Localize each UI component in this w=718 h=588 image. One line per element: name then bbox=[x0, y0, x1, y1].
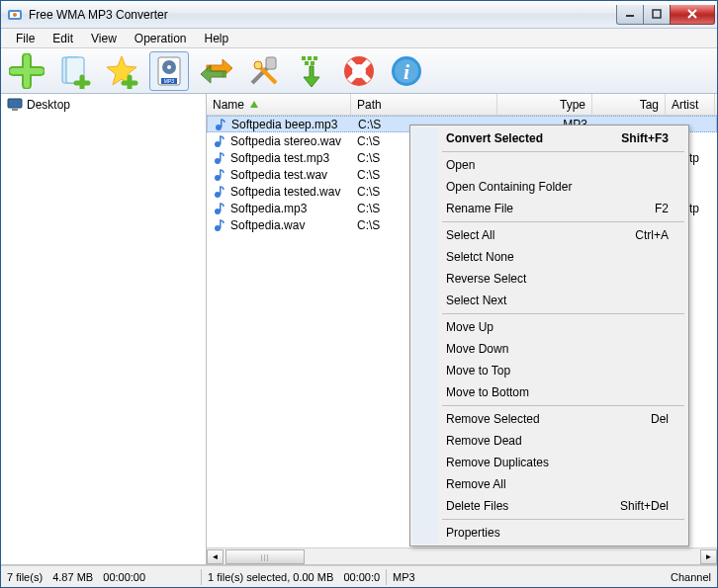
status-separator bbox=[386, 569, 387, 585]
convert-icon[interactable] bbox=[197, 51, 236, 91]
cm-remove-duplicates[interactable]: Remove Duplicates bbox=[412, 452, 686, 473]
menubar: File Edit View Operation Help bbox=[1, 29, 717, 48]
status-channel: Channel bbox=[671, 571, 711, 583]
status-duration: 00:00:00 bbox=[103, 571, 145, 583]
cm-move-up[interactable]: Move Up bbox=[412, 316, 686, 338]
menu-edit[interactable]: Edit bbox=[44, 30, 82, 47]
help-ring-icon[interactable] bbox=[339, 51, 379, 91]
svg-rect-14 bbox=[302, 56, 306, 60]
download-icon[interactable] bbox=[292, 51, 331, 91]
maximize-button[interactable] bbox=[643, 5, 671, 25]
col-path[interactable]: Path bbox=[351, 94, 497, 115]
col-name[interactable]: Name bbox=[207, 94, 351, 115]
svg-rect-25 bbox=[12, 109, 18, 111]
cm-separator bbox=[442, 519, 684, 520]
scroll-thumb[interactable]: ||| bbox=[225, 549, 305, 564]
cm-open[interactable]: Open bbox=[412, 154, 686, 176]
sort-asc-icon bbox=[248, 99, 260, 111]
cm-separator bbox=[442, 313, 684, 314]
svg-text:MP3: MP3 bbox=[164, 78, 175, 84]
svg-point-13 bbox=[254, 61, 262, 69]
cm-properties[interactable]: Properties bbox=[412, 522, 686, 544]
app-icon bbox=[7, 7, 23, 23]
music-icon bbox=[214, 118, 227, 131]
file-name: Softpedia stereo.wav bbox=[230, 134, 341, 148]
list-header: Name Path Type Tag Artist bbox=[207, 94, 717, 116]
svg-point-9 bbox=[167, 65, 171, 69]
folder-tree[interactable]: Desktop bbox=[1, 94, 207, 564]
music-icon bbox=[213, 218, 226, 232]
tree-label: Desktop bbox=[27, 98, 70, 112]
cm-convert-selected[interactable]: Convert SelectedShift+F3 bbox=[412, 127, 686, 149]
svg-rect-35 bbox=[220, 187, 222, 195]
svg-rect-31 bbox=[220, 153, 222, 161]
svg-rect-4 bbox=[653, 10, 661, 18]
svg-rect-12 bbox=[266, 57, 276, 69]
cm-delete-files[interactable]: Delete FilesShift+Del bbox=[412, 495, 686, 517]
toolbar: MP3 i bbox=[1, 48, 717, 94]
file-name: Softpedia test.mp3 bbox=[230, 151, 329, 165]
cm-select-none[interactable]: Seletct None bbox=[412, 246, 686, 268]
close-button[interactable] bbox=[670, 5, 715, 25]
cm-move-down[interactable]: Move Down bbox=[412, 338, 686, 360]
context-menu: Convert SelectedShift+F3 Open Open Conta… bbox=[409, 125, 689, 546]
svg-rect-24 bbox=[8, 99, 22, 108]
add-icon[interactable] bbox=[7, 51, 46, 91]
cm-move-bottom[interactable]: Move to Bottom bbox=[412, 381, 686, 403]
menu-view[interactable]: View bbox=[82, 30, 126, 47]
svg-rect-29 bbox=[220, 136, 222, 144]
add-folder-icon[interactable] bbox=[54, 51, 94, 91]
status-separator bbox=[201, 569, 202, 585]
file-name: Softpedia.mp3 bbox=[230, 202, 307, 215]
cm-open-folder[interactable]: Open Containing Folder bbox=[412, 176, 686, 198]
file-name: Softpedia tested.wav bbox=[230, 185, 340, 199]
scroll-left-button[interactable]: ◄ bbox=[207, 549, 224, 564]
minimize-button[interactable] bbox=[616, 5, 644, 25]
status-size: 4.87 MB bbox=[52, 571, 93, 583]
cm-remove-selected[interactable]: Remove SelectedDel bbox=[412, 408, 686, 430]
col-tag[interactable]: Tag bbox=[592, 94, 666, 115]
titlebar: Free WMA MP3 Converter bbox=[1, 1, 717, 29]
cm-reverse-select[interactable]: Reverse Select bbox=[412, 268, 686, 290]
mp3-doc-icon[interactable]: MP3 bbox=[149, 51, 189, 91]
svg-rect-39 bbox=[220, 220, 222, 228]
scroll-right-button[interactable]: ► bbox=[700, 549, 717, 564]
svg-rect-17 bbox=[305, 61, 309, 65]
cm-select-all[interactable]: Select AllCtrl+A bbox=[412, 224, 686, 246]
menu-operation[interactable]: Operation bbox=[126, 30, 196, 47]
cm-move-top[interactable]: Move to Top bbox=[412, 360, 686, 381]
statusbar: 7 file(s) 4.87 MB 00:00:00 1 file(s) sel… bbox=[1, 565, 717, 587]
col-type[interactable]: Type bbox=[497, 94, 592, 115]
cm-remove-all[interactable]: Remove All bbox=[412, 473, 686, 495]
status-format: MP3 bbox=[393, 571, 415, 583]
menu-help[interactable]: Help bbox=[196, 30, 238, 47]
svg-point-2 bbox=[13, 13, 17, 17]
horizontal-scrollbar[interactable]: ◄ ||| ► bbox=[207, 547, 717, 564]
cm-separator bbox=[442, 221, 684, 222]
cm-rename[interactable]: Rename FileF2 bbox=[412, 198, 686, 219]
status-sel-duration: 00:00:0 bbox=[343, 571, 380, 583]
file-name: Softpedia beep.mp3 bbox=[231, 118, 337, 131]
svg-text:i: i bbox=[404, 59, 410, 84]
music-icon bbox=[213, 168, 226, 182]
cm-remove-dead[interactable]: Remove Dead bbox=[412, 430, 686, 452]
svg-rect-18 bbox=[311, 61, 314, 65]
settings-icon[interactable] bbox=[244, 51, 284, 91]
svg-rect-27 bbox=[221, 120, 223, 127]
cm-separator bbox=[442, 151, 684, 152]
menu-file[interactable]: File bbox=[7, 30, 44, 47]
col-artist[interactable]: Artist bbox=[666, 94, 715, 115]
info-icon[interactable]: i bbox=[387, 51, 426, 91]
music-icon bbox=[213, 151, 226, 165]
cm-separator bbox=[442, 405, 684, 406]
svg-rect-3 bbox=[626, 15, 634, 17]
favorite-icon[interactable] bbox=[102, 51, 141, 91]
svg-rect-37 bbox=[220, 204, 222, 211]
tree-item-desktop[interactable]: Desktop bbox=[3, 96, 204, 114]
cm-select-next[interactable]: Select Next bbox=[412, 290, 686, 311]
music-icon bbox=[213, 185, 226, 199]
music-icon bbox=[213, 202, 226, 215]
svg-rect-15 bbox=[308, 56, 312, 60]
file-name: Softpedia test.wav bbox=[230, 168, 327, 182]
desktop-icon bbox=[7, 98, 23, 112]
